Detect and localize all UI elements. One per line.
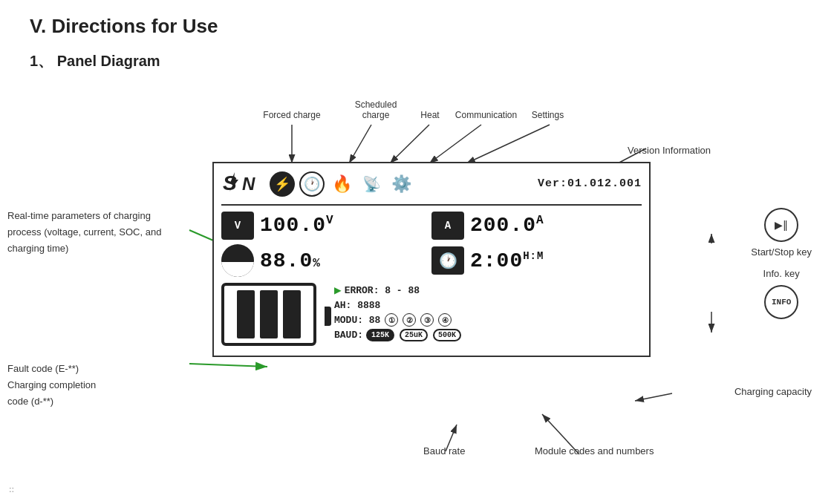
version-info-annotation: Version Information <box>628 145 711 156</box>
module-codes-annotation: Module codes and numbers <box>535 445 654 456</box>
modu-text: MODU: 88 <box>334 315 380 326</box>
modu-circle-4: ④ <box>438 313 452 327</box>
battery-terminal <box>325 307 331 326</box>
forced-charge-label: Forced charge <box>262 110 322 123</box>
start-stop-button[interactable]: ▶‖ <box>764 208 798 242</box>
communication-label: Communication <box>451 110 521 123</box>
soc-icon <box>221 244 254 277</box>
modu-circle-3: ③ <box>420 313 434 327</box>
faultcode-annotation: Fault code (E-**) Charging completion co… <box>7 361 186 410</box>
sn-logo: S N <box>221 169 262 198</box>
voltage-unit: V <box>326 214 334 227</box>
completion-code-text: Charging completion <box>7 377 186 393</box>
fault-code-text: Fault code (E-**) <box>7 361 186 377</box>
start-stop-label: Start/Stop key <box>751 246 812 258</box>
section-title: 1、 Panel Diagram <box>30 51 804 71</box>
modu-circle-1: ① <box>385 313 398 327</box>
baud-125k: 125K <box>366 329 394 341</box>
info-key-label-text: Info. key <box>763 268 800 279</box>
battery-bar-1 <box>237 290 255 338</box>
error-text: ERROR: 8 - 88 <box>345 285 420 296</box>
current-unit: A <box>536 214 544 227</box>
voltage-current-row: V 100.0V A 200.0A <box>221 212 642 240</box>
time-unit: H:M <box>523 249 544 261</box>
baud-label: BAUD: <box>334 330 363 341</box>
svg-line-4 <box>466 125 550 163</box>
communication-icon: 📡 <box>359 171 384 197</box>
time-icon-box: 🕐 <box>431 246 464 275</box>
svg-line-7 <box>189 364 267 367</box>
baud-500k: 500K <box>433 329 461 341</box>
current-metric: A 200.0A <box>431 212 642 240</box>
modu-row: MODU: 88 ① ② ③ ④ <box>334 313 463 327</box>
completion-code-text2: code (d-**) <box>7 393 186 410</box>
ah-text: AH: 8888 <box>334 300 380 311</box>
realtime-annotation: Real-time parameters of charging process… <box>7 208 186 257</box>
battery-bar-2 <box>260 290 278 338</box>
scheduled-charge-icon: 🕐 <box>299 171 325 197</box>
version-text: Ver:01.012.001 <box>538 177 642 190</box>
settings-label: Settings <box>527 110 568 123</box>
voltage-metric: V 100.0V <box>221 212 431 240</box>
svg-line-3 <box>429 125 481 163</box>
ah-row: AH: 8888 <box>334 300 463 311</box>
current-value: 200.0A <box>470 214 544 237</box>
voltage-value: 100.0V <box>260 214 334 237</box>
heat-label: Heat <box>415 110 445 123</box>
charging-capacity-annotation: Charging capacity <box>734 386 812 397</box>
soc-time-row: 88.0% 🕐 2:00H:M <box>221 244 642 277</box>
left-annotations: Real-time parameters of charging process… <box>7 208 186 410</box>
modu-circle-2: ② <box>403 313 416 327</box>
right-annotations: ▶‖ Start/Stop key Info. key INFO <box>751 208 812 319</box>
svg-text:N: N <box>242 174 255 193</box>
svg-line-1 <box>349 125 371 163</box>
soc-metric: 88.0% <box>221 244 431 277</box>
baud-rate-annotation: Baud rate <box>423 445 465 456</box>
battery-icon-large <box>221 283 325 350</box>
voltage-icon-box: V <box>221 212 254 240</box>
baud-row: BAUD: 125K 25uK 500K <box>334 329 463 341</box>
settings-icon: ⚙️ <box>388 171 414 197</box>
error-row: ▶ ERROR: 8 - 88 <box>334 283 463 298</box>
panel-top-row: S N ⚡ 🕐 🔥 📡 ⚙️ Ver:01.012.001 <box>221 169 642 206</box>
heat-icon: 🔥 <box>329 171 354 197</box>
soc-unit: % <box>313 257 321 270</box>
baud-25uk: 25uK <box>400 329 428 341</box>
panel-bottom-section: ▶ ERROR: 8 - 88 AH: 8888 MODU: 88 ① ② ③ … <box>221 283 642 350</box>
time-metric: 🕐 2:00H:M <box>431 246 642 275</box>
info-block: ▶ ERROR: 8 - 88 AH: 8888 MODU: 88 ① ② ③ … <box>334 283 463 341</box>
soc-value: 88.0% <box>260 249 321 272</box>
info-key-button[interactable]: INFO <box>764 285 798 319</box>
current-icon-box: A <box>431 212 464 240</box>
svg-line-8 <box>635 393 672 401</box>
page-title: V. Directions for Use <box>30 15 804 38</box>
forced-charge-icon: ⚡ <box>270 171 295 197</box>
scheduled-charge-label: Scheduled charge <box>342 99 409 123</box>
dotted-menu[interactable]: :: <box>9 483 14 495</box>
svg-line-2 <box>390 125 429 163</box>
battery-bar-3 <box>283 290 301 338</box>
panel-box: S N ⚡ 🕐 🔥 📡 ⚙️ Ver:01.012.001 <box>212 162 651 357</box>
time-value: 2:00H:M <box>470 249 544 272</box>
